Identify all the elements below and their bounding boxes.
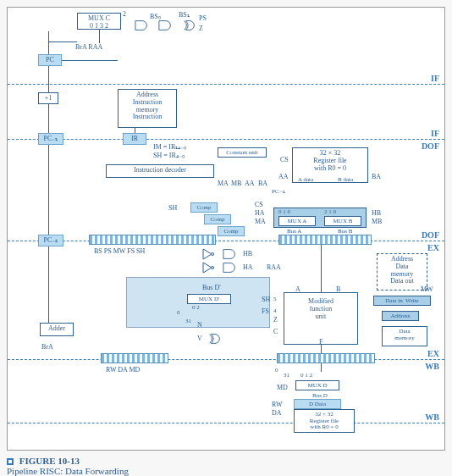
ir-reg: IR <box>123 133 146 145</box>
mux-a: MUX A <box>278 216 316 226</box>
pipe-reg-ex-wb-ctrl <box>101 353 168 363</box>
stage-label-if1: IF <box>431 74 439 83</box>
dmem-dout: Data out <box>379 278 425 285</box>
comp-hb: HB <box>372 209 381 217</box>
mux-d: MUX D <box>295 380 339 390</box>
and-gate-icon <box>135 19 150 31</box>
sh-eq: SH = IR₄₋₀ <box>153 152 185 159</box>
rf-aa: AA <box>278 173 289 180</box>
stage-label-if2: IF <box>431 129 439 138</box>
wire <box>48 145 49 235</box>
adder: Adder <box>40 323 74 336</box>
xor-gate-nv <box>207 333 223 345</box>
wire <box>135 128 135 133</box>
wire <box>321 345 322 353</box>
stage-label-dof1: DOF <box>422 141 439 151</box>
stage-line-wb <box>8 423 444 423</box>
mux-d-zero: 0 <box>275 367 278 374</box>
figure-title: Pipeline RISC: Data Forwarding <box>7 466 129 476</box>
rf-bdata: B data <box>338 176 353 183</box>
raa-label: RAA <box>267 263 281 271</box>
dmem-write: Write <box>405 297 419 304</box>
wire <box>321 245 322 292</box>
rf-cs: CS <box>280 156 289 163</box>
mux-b-ports: 2 1 0 <box>324 208 336 215</box>
fu-b: B <box>336 285 340 293</box>
dec-aa: AA <box>245 180 255 187</box>
fu-sub2: unit <box>286 313 356 321</box>
dmem-box2: Data memory <box>382 326 427 346</box>
not-gate-1 <box>202 248 214 260</box>
wb-ctrl-labels: RW DA MD <box>106 366 140 374</box>
imem-l4: Instruction <box>120 113 174 121</box>
mux-d-hi: 31 <box>284 372 289 379</box>
dmem-mem2: memory <box>384 335 425 342</box>
and-gate-icon-2 <box>158 19 174 31</box>
stage-label-wb2: WB <box>425 412 439 422</box>
figure-caption: FIGURE 10-13 Pipeline RISC: Data Forward… <box>7 456 445 476</box>
plus1: +1 <box>38 92 58 104</box>
pipe-reg-dof-ex <box>89 235 216 245</box>
dmem-din-write: Data in Write <box>373 296 431 306</box>
mux-d-md: MD <box>277 384 288 391</box>
zero-ext-hi: 31 <box>185 318 191 324</box>
xor-gate-icon <box>182 19 197 31</box>
rf-ba: BA <box>372 173 381 180</box>
comp-ha: HA <box>255 209 265 217</box>
fu-c: C <box>273 328 278 335</box>
function-unit: Modified function unit <box>284 292 358 345</box>
instruction-memory: Address Instruction memory Instruction <box>118 89 177 128</box>
dec-mb: MB <box>231 180 241 187</box>
pc-2-reg: PC₋₂ <box>38 235 63 246</box>
pipeline-risc-diagram: IF IF DOF DOF EX EX WB WB MUX C 0 1 3 2 … <box>7 7 445 451</box>
rf-ddata: D Data <box>294 399 341 409</box>
comp-1: Comp <box>190 202 218 213</box>
n-flag: N <box>197 321 202 329</box>
ps-label: PS <box>199 14 207 22</box>
pc-1-reg: PC₋₁ <box>38 133 63 145</box>
wire <box>321 363 322 372</box>
pipe-reg-ex-wb-data <box>277 353 375 363</box>
figure-number: FIGURE 10-13 <box>19 456 80 466</box>
mux-d-prime: MUX D' <box>187 294 231 304</box>
mux-b: MUX B <box>324 216 361 226</box>
stage-label-ex1: EX <box>427 243 439 252</box>
comp-2: Comp <box>204 214 231 224</box>
stage-label-dof2: DOF <box>422 230 439 240</box>
fu-w5a: 5 <box>273 296 277 302</box>
constant-unit: Constant unit <box>218 147 267 158</box>
mux-a-ports: 0 1 0 <box>278 208 290 215</box>
mux-c: MUX C 0 1 3 2 <box>77 13 121 30</box>
fu-sh: SH <box>262 296 270 303</box>
wire <box>62 60 118 61</box>
bus-d-label: Bus D <box>312 392 328 399</box>
mux-d-ports: 0 1 2 <box>300 372 312 379</box>
fu-w4: 4 <box>273 307 277 314</box>
stage-line-dof <box>8 241 444 241</box>
dmem-mw: MW <box>421 285 433 293</box>
hb-label: HB <box>243 250 252 257</box>
comp-ma: MA <box>255 218 266 225</box>
dec-ba: BA <box>258 180 267 187</box>
dec-ma: MA <box>218 180 229 187</box>
and-gate-ha <box>223 262 238 274</box>
rf-sub2: with R0 = 0 <box>295 165 366 173</box>
bs0-label: BS₀ <box>150 13 161 20</box>
wire <box>48 66 49 92</box>
comp-cs: CS <box>255 201 263 208</box>
wire <box>48 31 49 54</box>
fu-z: Z <box>273 316 278 324</box>
not-gate-2 <box>202 262 214 274</box>
bra-raa-label: BrA RAA <box>75 43 102 51</box>
fu-a: A <box>295 285 300 293</box>
v-flag: V <box>197 335 202 342</box>
mux-d-prime-ports: 0 2 <box>192 304 200 311</box>
comp-mb: MB <box>372 218 382 225</box>
rfw-sub2: with R0 = 0 <box>296 424 352 431</box>
comp-3: Comp <box>218 226 245 236</box>
bus-a-label: Bus A <box>287 228 301 235</box>
pc-reg: PC <box>38 54 62 66</box>
rfw-rw: RW <box>272 401 282 408</box>
wire <box>48 42 77 42</box>
svg-point-1 <box>212 267 214 269</box>
